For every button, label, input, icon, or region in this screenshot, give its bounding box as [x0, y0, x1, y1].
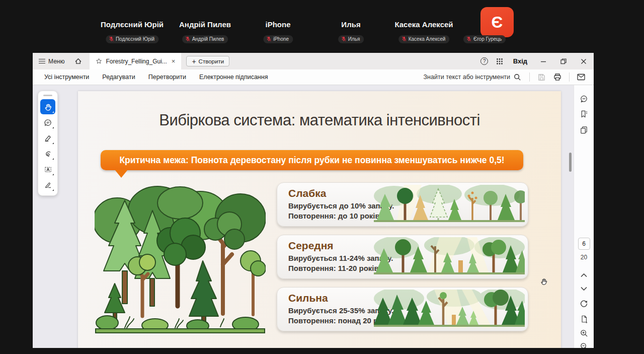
chevron-up-icon [581, 273, 587, 277]
textbox-icon [44, 165, 52, 174]
save-button[interactable] [534, 74, 549, 81]
right-panel: 6 20 [574, 85, 594, 348]
page-view-button[interactable] [578, 312, 591, 325]
menubar-convert[interactable]: Перетворити [142, 74, 193, 81]
restore-icon [560, 58, 567, 64]
minimize-icon [540, 58, 546, 64]
sign-tool-button[interactable] [40, 177, 55, 192]
zoom-in-button[interactable] [578, 327, 591, 340]
banner-tail [115, 170, 128, 178]
participant-pill-label: iPhone [273, 36, 289, 42]
quick-tools-panel [38, 91, 58, 196]
comment-tool-button[interactable] [40, 115, 55, 130]
rotate-page-button[interactable] [578, 297, 591, 310]
titlebar: Меню Forestry_Felling_Gui... × + Створит… [33, 53, 594, 69]
tab-forestry-document[interactable]: Forestry_Felling_Gui... × [90, 53, 181, 69]
screen: Подлєсний Юрій Подлєсний Юрій Андрій Пил… [0, 0, 644, 354]
muted-mic-icon [401, 36, 407, 42]
tool-expander [52, 111, 54, 113]
menu-button[interactable]: Меню [33, 53, 70, 69]
card-strong: Сильна Вирубується 25-35% запасу. Повтор… [277, 287, 528, 331]
participant-tile[interactable]: Илья Илья [314, 0, 387, 52]
participant-tile[interactable]: iPhone iPhone [242, 0, 314, 52]
hand-cursor [540, 277, 548, 286]
tools-menubar: Усі інструменти Редагувати Перетворити Е… [33, 69, 594, 85]
participant-pill-label: Илья [348, 36, 360, 42]
hand-tool-button[interactable] [40, 99, 55, 114]
plus-icon: + [192, 57, 196, 65]
tab-close-icon[interactable]: × [171, 57, 177, 65]
vertical-scrollbar-thumb[interactable] [569, 153, 572, 172]
intensity-cards: Слабка Вирубується до 10% запасу. Повтор… [277, 182, 528, 339]
panel-grip[interactable] [43, 95, 52, 96]
participant-tile[interactable]: Андрій Пилев Андрій Пилев [169, 0, 242, 52]
search-button[interactable]: Знайти текст або інструменти [424, 74, 525, 81]
save-icon [538, 74, 545, 81]
highlight-tool-button[interactable] [40, 130, 55, 146]
email-button[interactable] [574, 74, 589, 81]
comments-panel-button[interactable] [578, 92, 591, 105]
document-viewer: Вибіркова система: математика інтенсивно… [33, 85, 574, 348]
menubar-all-tools[interactable]: Усі інструменти [38, 74, 96, 81]
restore-button[interactable] [553, 53, 574, 69]
home-button[interactable] [70, 53, 86, 69]
menu-label: Меню [48, 58, 64, 65]
participant-pill-label: Андрій Пилев [192, 36, 224, 42]
signin-button[interactable]: Вхід [507, 57, 533, 65]
create-label: Створити [199, 58, 224, 64]
comment-icon [44, 118, 52, 127]
critical-banner-text: Критична межа: Повнота деревостану після… [119, 155, 504, 166]
participant-pill: Подлєсний Юрій [106, 35, 158, 43]
participant-name: iPhone [242, 20, 314, 29]
page-total: 20 [574, 254, 594, 261]
textbox-tool-button[interactable] [40, 162, 55, 177]
acrobat-window: Меню Forestry_Felling_Gui... × + Створит… [33, 53, 594, 348]
previous-page-button[interactable] [578, 268, 591, 281]
participant-pill: Касека Алексей [398, 35, 450, 43]
critical-banner: Критична межа: Повнота деревостану після… [101, 150, 523, 170]
card-line2: Повторення: до 10 років. [288, 211, 382, 220]
menubar-edit[interactable]: Редагувати [96, 74, 141, 81]
home-icon [74, 57, 82, 65]
draw-icon [44, 150, 52, 158]
forest-strong-illustration [374, 290, 525, 328]
participant-name: Касека Алексей [387, 20, 460, 29]
participant-pill-label: Подлєсний Юрій [116, 36, 154, 42]
participant-name: Андрій Пилев [169, 20, 242, 29]
participant-tile[interactable]: Подлєсний Юрій Подлєсний Юрій [96, 0, 169, 52]
divider [529, 73, 530, 82]
search-label: Знайти текст або інструменти [424, 74, 510, 81]
muted-mic-icon [266, 36, 271, 42]
sign-icon [44, 181, 52, 189]
close-button[interactable] [574, 53, 594, 69]
participant-tile[interactable]: Є Єгор Гурець [460, 0, 533, 52]
help-button[interactable]: ? [477, 53, 492, 69]
card-medium: Середня Вирубується 11-24% запасу. Повто… [277, 235, 528, 279]
muted-mic-icon [109, 36, 114, 42]
pdf-page: Вибіркова система: математика інтенсивно… [78, 91, 561, 348]
tool-expander [52, 143, 54, 144]
apps-button[interactable] [492, 53, 507, 69]
search-icon [514, 74, 521, 81]
create-button[interactable]: + Створити [186, 56, 229, 66]
participant-pill: Андрій Пилев [182, 35, 228, 43]
pages-panel-button[interactable] [578, 123, 591, 136]
email-icon [577, 74, 585, 81]
avatar: Є [480, 7, 514, 37]
menubar-esign[interactable]: Електронне підписання [193, 74, 274, 81]
apps-grid-icon [496, 58, 503, 65]
hamburger-icon [39, 59, 45, 63]
current-page-input[interactable]: 6 [578, 238, 590, 250]
zoom-out-button[interactable] [578, 340, 591, 348]
bookmarks-panel-button[interactable] [578, 107, 591, 120]
participant-pill-label: Касека Алексей [409, 36, 446, 42]
tab-title: Forestry_Felling_Gui... [106, 58, 167, 65]
draw-tool-button[interactable] [40, 146, 55, 161]
minimize-button[interactable] [533, 53, 553, 69]
chevron-down-icon [581, 287, 587, 291]
participant-tile[interactable]: Касека Алексей Касека Алексей [387, 0, 460, 52]
next-page-button[interactable] [578, 282, 591, 295]
rotate-icon [580, 300, 588, 308]
muted-mic-icon [466, 36, 471, 42]
print-button[interactable] [550, 73, 565, 81]
